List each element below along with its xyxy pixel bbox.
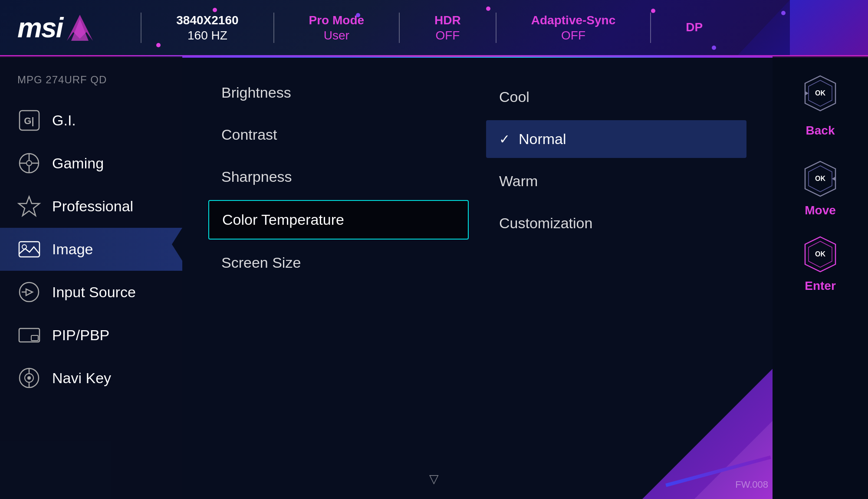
gaming-icon — [17, 151, 41, 175]
adaptive-sync-label: Adaptive-Sync — [531, 13, 616, 28]
header-divider-5 — [650, 13, 651, 43]
svg-text:G|: G| — [24, 115, 34, 126]
menu-item-sharpness[interactable]: Sharpness — [208, 158, 469, 196]
svg-point-19 — [27, 376, 31, 380]
sidebar: MPG 274URF QD G| G.I. — [0, 56, 182, 499]
svg-marker-28 — [832, 177, 835, 181]
dp-info: DP — [686, 20, 703, 35]
sidebar-label-professional: Professional — [52, 198, 133, 215]
refresh-rate-value: 160 HZ — [187, 29, 227, 43]
menu-item-brightness[interactable]: Brightness — [208, 74, 469, 112]
header-divider-4 — [496, 13, 496, 43]
sidebar-item-gi[interactable]: G| G.I. — [0, 99, 182, 142]
header-divider — [141, 13, 141, 43]
hdr-info: HDR OFF — [434, 13, 461, 42]
move-label: Move — [805, 204, 836, 217]
back-label: Back — [806, 124, 835, 137]
decor-dot — [712, 46, 716, 50]
svg-marker-10 — [19, 197, 39, 216]
decor-dot — [651, 9, 655, 13]
hdr-value: OFF — [435, 29, 460, 43]
sidebar-label-pip-pbp: PIP/PBP — [52, 327, 109, 344]
msi-logo: msi — [17, 10, 97, 45]
monitor-label: MPG 274URF QD — [0, 69, 182, 99]
pip-pbp-icon — [17, 323, 41, 347]
sidebar-label-gaming: Gaming — [52, 155, 104, 172]
input-source-icon — [17, 280, 41, 304]
color-temp-options: Cool ✓ Normal Warm Customization — [486, 74, 746, 482]
resolution-value: 3840X2160 — [176, 13, 238, 28]
svg-text:OK: OK — [815, 175, 825, 182]
option-customization[interactable]: Customization — [486, 204, 746, 242]
ok-hex-icon: OK — [801, 74, 840, 113]
svg-text:OK: OK — [815, 250, 825, 258]
resolution-info: 3840X2160 160 HZ — [176, 13, 238, 42]
decor-dot — [781, 11, 786, 15]
sidebar-label-input-source: Input Source — [52, 284, 136, 301]
sidebar-item-professional[interactable]: Professional — [0, 185, 182, 228]
sidebar-item-image[interactable]: Image — [0, 228, 182, 271]
enter-button[interactable]: OK Enter — [801, 235, 840, 293]
move-button[interactable]: OK Move — [801, 159, 840, 217]
decor-dot — [156, 43, 161, 47]
svg-marker-24 — [805, 91, 809, 95]
pro-mode-info: Pro Mode User — [309, 13, 365, 42]
header: msi 3840X2160 160 HZ Pro Mode User HDR O… — [0, 0, 868, 56]
sidebar-item-navi-key[interactable]: Navi Key — [0, 357, 182, 400]
decor-dot — [213, 8, 217, 12]
image-icon — [17, 237, 41, 261]
pro-mode-value: User — [324, 29, 349, 43]
image-menu-list: Brightness Contrast Sharpness Color Temp… — [208, 74, 469, 482]
professional-icon — [17, 194, 41, 218]
adaptive-sync-value: OFF — [561, 29, 585, 43]
sidebar-label-image: Image — [52, 241, 93, 258]
menu-item-color-temperature[interactable]: Color Temperature — [208, 200, 469, 240]
center-panel: Brightness Contrast Sharpness Color Temp… — [182, 56, 773, 499]
sidebar-label-gi: G.I. — [52, 112, 76, 129]
option-warm[interactable]: Warm — [486, 162, 746, 200]
sidebar-label-navi-key: Navi Key — [52, 370, 111, 387]
menu-item-screen-size[interactable]: Screen Size — [208, 244, 469, 282]
option-normal[interactable]: ✓ Normal — [486, 120, 746, 158]
back-label-container: Back — [806, 124, 835, 138]
hdr-label: HDR — [434, 13, 461, 28]
msi-logo-text: msi — [17, 12, 62, 44]
svg-text:OK: OK — [815, 89, 825, 97]
firmware-version: FW.008 — [735, 479, 768, 490]
main-content: MPG 274URF QD G| G.I. — [0, 56, 868, 499]
header-divider-3 — [399, 13, 400, 43]
svg-point-5 — [26, 161, 32, 166]
menu-item-contrast[interactable]: Contrast — [208, 116, 469, 154]
decor-dot — [356, 13, 360, 17]
gi-icon: G| — [17, 108, 41, 132]
sidebar-item-input-source[interactable]: Input Source — [0, 271, 182, 314]
scroll-down-arrow: ▽ — [429, 472, 439, 486]
msi-dragon-icon — [62, 10, 97, 45]
enter-hex-icon: OK — [801, 235, 840, 274]
ok-button[interactable]: OK — [801, 74, 840, 113]
svg-rect-16 — [31, 335, 38, 341]
option-cool[interactable]: Cool — [486, 78, 746, 116]
header-divider-2 — [273, 13, 274, 43]
sidebar-item-gaming[interactable]: Gaming — [0, 142, 182, 185]
sidebar-item-pip-pbp[interactable]: PIP/PBP — [0, 314, 182, 357]
svg-point-12 — [22, 245, 26, 249]
dp-label: DP — [686, 20, 703, 35]
adaptive-sync-info: Adaptive-Sync OFF — [531, 13, 616, 42]
header-info: 3840X2160 160 HZ Pro Mode User HDR OFF A… — [159, 13, 851, 43]
navi-key-icon — [17, 366, 41, 390]
check-icon: ✓ — [499, 131, 510, 147]
controls-sidebar: OK Back OK Move — [773, 56, 868, 499]
decor-dot — [486, 7, 490, 11]
enter-label: Enter — [805, 279, 836, 293]
move-hex-icon: OK — [801, 159, 840, 198]
